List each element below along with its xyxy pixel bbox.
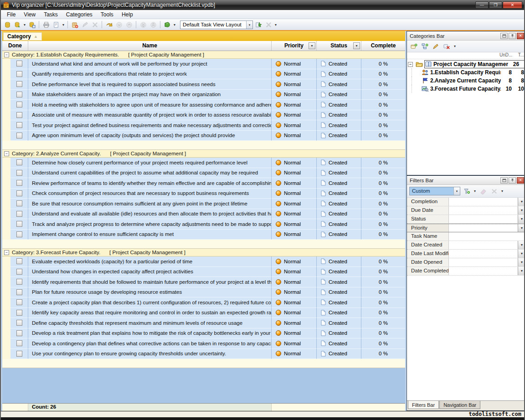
tree-category-row[interactable]: 2.Analyze Current Capacity. 8 8 (407, 77, 525, 85)
edit-category-icon[interactable] (431, 42, 440, 51)
panel-close-icon[interactable]: ✕ (517, 177, 524, 184)
task-name[interactable]: Develop a contingency plan that defines … (28, 338, 272, 349)
close-button[interactable]: ✕ (503, 1, 522, 9)
apply-filter-icon[interactable] (462, 187, 471, 195)
priority-cell[interactable]: Normal (272, 318, 317, 328)
filter-field-label[interactable]: Task Name (407, 232, 449, 241)
category-group-row[interactable]: − Category: 3.Forecast Future Capacity. … (2, 249, 405, 256)
filter-row-status[interactable]: Status ▼ (407, 215, 525, 224)
move-bottom-icon[interactable] (139, 20, 148, 29)
done-checkbox[interactable] (16, 310, 22, 316)
layout-dropdown-caret[interactable]: ▾ (274, 23, 278, 27)
done-checkbox[interactable] (16, 133, 22, 138)
task-row[interactable]: Develop a contingency plan that defines … (2, 338, 405, 349)
tree-collapse-icon[interactable]: − (408, 62, 413, 67)
filter-preset-combo[interactable]: Custom ▾ (409, 187, 460, 195)
status-cell[interactable]: Created (317, 59, 361, 69)
done-checkbox[interactable] (16, 200, 22, 206)
category-group-row[interactable]: − Category: 1.Establish Capacity Require… (2, 51, 405, 59)
priority-cell[interactable]: Normal (272, 120, 317, 131)
filter-dropdown-button[interactable]: ▼ (518, 215, 525, 223)
priority-cell[interactable]: Normal (272, 168, 317, 179)
task-name[interactable]: Be sure that resource consumption remain… (28, 199, 272, 209)
done-checkbox[interactable] (16, 211, 22, 217)
task-row[interactable]: Review performance of teams to identify … (2, 178, 405, 189)
filter-dropdown-button[interactable]: ▼ (518, 198, 525, 206)
filter-value-field[interactable] (449, 224, 518, 232)
filter-dropdown-button[interactable]: ▼ (518, 258, 525, 266)
filter-dropdown-button[interactable]: ▼ (518, 250, 525, 258)
priority-cell[interactable]: Normal (272, 158, 317, 168)
dock-tab-filters-bar[interactable]: Filters Bar (408, 401, 439, 409)
task-row[interactable]: Quantify requirements and specifications… (2, 69, 405, 80)
filter-dropdown-button[interactable]: ▼ (518, 267, 525, 275)
status-cell[interactable]: Created (317, 100, 361, 110)
task-name[interactable]: Associate unit of measure with measurabl… (28, 110, 272, 121)
done-checkbox[interactable] (16, 122, 22, 128)
status-cell[interactable]: Created (317, 338, 361, 349)
filter-field-label[interactable]: Date Last Modifie (407, 250, 449, 258)
priority-cell[interactable]: Normal (272, 90, 317, 100)
category-group-row[interactable]: − Category: 2.Analyze Current Capacity. … (2, 150, 405, 158)
filter-value-field[interactable] (449, 232, 525, 241)
priority-cell[interactable]: Normal (272, 297, 317, 308)
menu-item-help[interactable]: Help (118, 10, 137, 19)
task-name[interactable]: Quantify requirements and specifications… (28, 69, 272, 80)
priority-cell[interactable]: Normal (272, 349, 317, 359)
priority-cell[interactable]: Normal (272, 199, 317, 209)
status-cell[interactable]: Created (317, 120, 361, 131)
delete-filter-icon[interactable] (489, 187, 499, 195)
task-name[interactable]: Identify requirements that should be fol… (28, 277, 272, 287)
task-row[interactable]: Understand what kind and amount of work … (2, 59, 405, 69)
done-checkbox[interactable] (16, 279, 22, 285)
status-cell[interactable]: Created (317, 318, 361, 328)
filter-field-label[interactable]: Completion (407, 198, 449, 206)
new-subcategory-icon[interactable] (420, 42, 429, 51)
task-row[interactable]: Hold a meeting with stakeholders to agre… (2, 100, 405, 110)
filter-row-due-date[interactable]: Due Date ▼ (407, 206, 525, 215)
task-row[interactable]: Test your project against defined busine… (2, 120, 405, 131)
task-name[interactable]: Develop a risk treatment plan that expla… (28, 328, 272, 339)
priority-cell[interactable]: Normal (272, 209, 317, 220)
done-checkbox[interactable] (16, 180, 22, 186)
task-name[interactable]: Define performance level that is require… (28, 79, 272, 90)
task-name[interactable]: Track and analyze project progress to de… (28, 219, 272, 230)
task-row[interactable]: Understand current capabilities of the p… (2, 168, 405, 179)
filter-row-date-created[interactable]: Date Created ▼ (407, 241, 525, 250)
done-checkbox[interactable] (16, 320, 22, 326)
task-name[interactable]: Use your contingency plan to ensure grow… (28, 349, 272, 359)
task-row[interactable]: Develop a risk treatment plan that expla… (2, 328, 405, 339)
task-row[interactable]: Evaluate expected workloads (capacity) f… (2, 256, 405, 267)
priority-cell[interactable]: Normal (272, 328, 317, 339)
done-checkbox[interactable] (16, 170, 22, 176)
task-name[interactable]: Identify key capacity areas that require… (28, 308, 272, 318)
filter-field-label[interactable]: Date Created (407, 241, 449, 249)
tree-column-undone[interactable]: UnD... (499, 52, 512, 59)
task-name[interactable]: Hold a meeting with stakeholders to agre… (28, 100, 272, 110)
status-cell[interactable]: Created (317, 256, 361, 267)
done-checkbox[interactable] (16, 299, 22, 305)
task-name[interactable]: Review performance of teams to identify … (28, 178, 272, 189)
status-cell[interactable]: Created (317, 168, 361, 179)
filter-row-date-opened[interactable]: Date Opened ▼ (407, 258, 525, 267)
menu-item-file[interactable]: File (3, 10, 20, 19)
save-database-icon[interactable] (27, 20, 36, 29)
task-name[interactable]: Make stakeholders aware of an impact the… (28, 90, 272, 100)
priority-cell[interactable]: Normal (272, 277, 317, 287)
filter-value-field[interactable] (449, 241, 518, 249)
status-cell[interactable]: Created (317, 110, 361, 121)
priority-cell[interactable]: Normal (272, 267, 317, 277)
menu-item-view[interactable]: View (20, 10, 40, 19)
task-name[interactable]: Define capacity thresholds that represen… (28, 318, 272, 328)
task-name[interactable]: Agree upon minimum level of capacity (ou… (28, 131, 272, 141)
complete-task-icon[interactable] (104, 20, 113, 29)
open-database-icon[interactable] (13, 20, 22, 29)
dock-tab-navigation-bar[interactable]: Navigation Bar (439, 401, 480, 409)
notify-dropdown-caret[interactable]: ▾ (173, 23, 176, 27)
done-checkbox[interactable] (16, 351, 22, 357)
done-checkbox[interactable] (16, 221, 22, 227)
panel-close-icon[interactable]: ✕ (517, 33, 524, 39)
done-checkbox[interactable] (16, 102, 22, 108)
done-checkbox[interactable] (16, 112, 22, 118)
collapse-icon[interactable]: − (4, 250, 9, 255)
